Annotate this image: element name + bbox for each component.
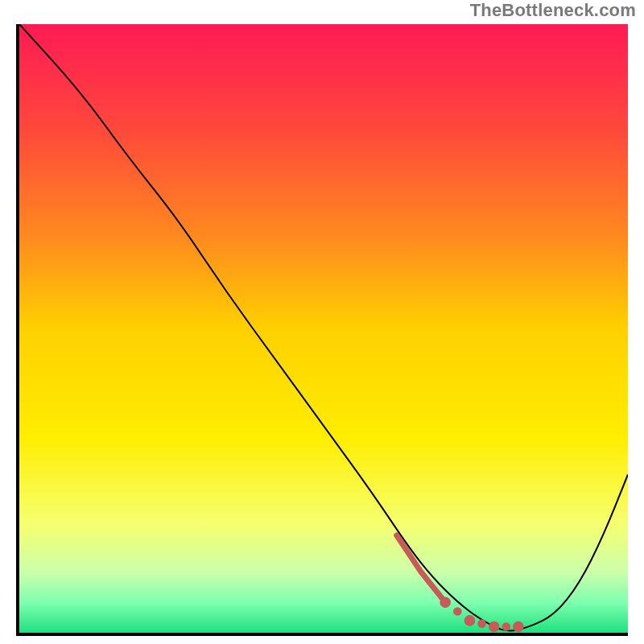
highlight-dot [477, 619, 486, 628]
main-curve-path [19, 24, 628, 630]
curve-layer [19, 24, 628, 633]
highlight-dot [464, 615, 476, 626]
highlight-dot [513, 621, 524, 633]
highlight-dot [502, 622, 511, 631]
highlight-dot [440, 597, 451, 608]
watermark-text: TheBottleneck.com [470, 0, 636, 21]
highlight-dot [489, 621, 500, 633]
plot-area [16, 24, 628, 636]
highlight-curve-path [397, 535, 445, 602]
chart-container: TheBottleneck.com [0, 0, 644, 644]
highlight-dot [453, 607, 462, 616]
highlight-dots [440, 597, 523, 632]
